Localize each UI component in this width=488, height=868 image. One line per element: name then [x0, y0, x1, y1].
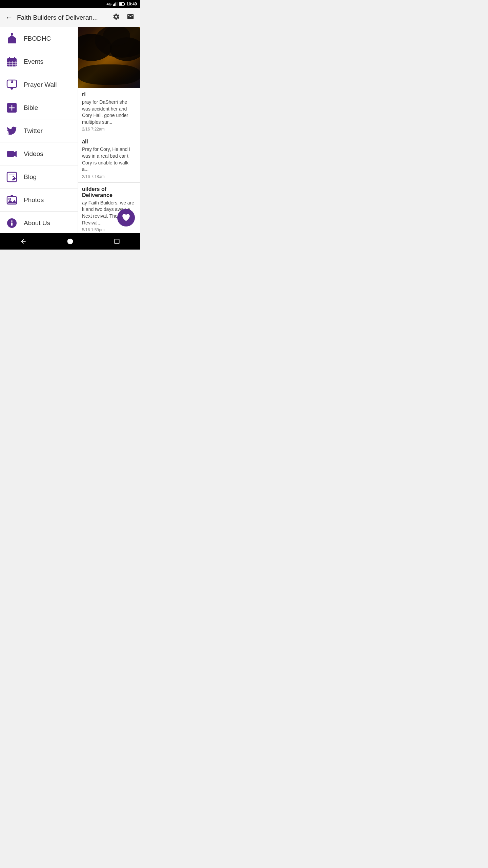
sidebar-item-blog-label: Blog — [24, 173, 37, 181]
sidebar-item-prayer-wall[interactable]: Prayer Wall — [0, 73, 78, 96]
svg-rect-31 — [7, 172, 17, 182]
svg-point-39 — [11, 220, 13, 222]
main-layout: FBODHC Events — [0, 27, 140, 233]
photos-icon — [5, 194, 18, 206]
settings-button[interactable] — [110, 12, 122, 24]
svg-rect-40 — [11, 222, 13, 226]
app-header: ← Faith Builders of Deliveran... — [0, 8, 140, 27]
time-display: 10:49 — [126, 2, 137, 6]
blog-icon — [5, 171, 18, 183]
sidebar-nav: FBODHC Events — [0, 27, 78, 233]
signal-bars-icon — [113, 2, 118, 6]
fab-heart-button[interactable] — [117, 209, 135, 226]
svg-rect-14 — [14, 57, 15, 60]
header-title: Faith Builders of Deliveran... — [17, 14, 108, 21]
sidebar-item-fbodhc[interactable]: FBODHC — [0, 27, 78, 50]
info-icon — [5, 217, 18, 230]
sidebar-item-photos-label: Photos — [24, 196, 44, 204]
nav-home-button[interactable] — [64, 235, 76, 248]
sidebar-item-events[interactable]: Events — [0, 50, 78, 73]
svg-rect-10 — [11, 39, 13, 43]
nav-recents-button[interactable] — [111, 235, 123, 248]
svg-rect-15 — [7, 60, 17, 61]
svg-rect-37 — [11, 195, 13, 197]
back-button[interactable]: ← — [4, 12, 14, 23]
svg-marker-30 — [14, 151, 17, 157]
sidebar-item-twitter-label: Twitter — [24, 127, 43, 135]
status-icons: 4G 10:49 — [107, 2, 137, 6]
sidebar-item-photos[interactable]: Photos — [0, 189, 78, 212]
post-title: uilders of Deliverance — [82, 186, 136, 198]
video-icon — [5, 147, 18, 160]
content-area: ri pray for DaSherri she was accident he… — [78, 27, 140, 233]
svg-rect-43 — [115, 239, 119, 243]
svg-point-35 — [9, 198, 11, 200]
sidebar-item-blog[interactable]: Blog — [0, 165, 78, 189]
calendar-icon — [5, 55, 18, 68]
hero-image — [78, 27, 140, 88]
post-time: 2/16 7:22am — [82, 127, 136, 132]
svg-rect-29 — [7, 151, 14, 157]
svg-marker-36 — [7, 200, 17, 203]
sidebar-item-prayer-wall-label: Prayer Wall — [24, 81, 57, 88]
nav-bar — [0, 233, 140, 250]
post-item: all Pray for Cory, He and i was in a rea… — [78, 135, 140, 182]
sidebar-item-twitter[interactable]: Twitter — [0, 119, 78, 142]
twitter-icon — [5, 124, 18, 137]
svg-marker-25 — [10, 87, 14, 90]
message-button[interactable] — [125, 12, 136, 24]
svg-point-42 — [67, 239, 73, 244]
svg-rect-6 — [119, 3, 122, 5]
sidebar-item-videos-label: Videos — [24, 150, 43, 158]
svg-rect-13 — [9, 57, 10, 60]
svg-rect-5 — [124, 3, 125, 5]
sidebar-item-events-label: Events — [24, 58, 43, 65]
nav-back-button[interactable] — [17, 235, 29, 248]
svg-rect-1 — [114, 3, 115, 6]
svg-rect-0 — [113, 4, 114, 6]
church-icon — [5, 32, 18, 45]
svg-rect-2 — [116, 2, 116, 6]
signal-icon: 4G — [107, 2, 112, 6]
post-body: pray for DaSherri she was accident her a… — [82, 99, 136, 125]
bible-icon — [5, 101, 18, 114]
sidebar-item-videos[interactable]: Videos — [0, 142, 78, 165]
svg-point-33 — [13, 176, 14, 177]
post-item: uilders of Deliverance ay Faith Builders… — [78, 183, 140, 233]
post-item: ri pray for DaSherri she was accident he… — [78, 88, 140, 135]
battery-icon — [119, 2, 125, 6]
post-body: Pray for Cory, He and i was in a real ba… — [82, 146, 136, 173]
sidebar-item-bible-label: Bible — [24, 104, 38, 112]
post-title: all — [82, 139, 136, 145]
prayer-icon — [5, 78, 18, 91]
post-title: ri — [82, 92, 136, 98]
sidebar-item-fbodhc-label: FBODHC — [24, 35, 51, 42]
sidebar-item-about-us[interactable]: About Us — [0, 212, 78, 233]
svg-rect-3 — [117, 2, 117, 6]
sidebar-item-bible[interactable]: Bible — [0, 96, 78, 119]
sidebar-item-about-us-label: About Us — [24, 219, 50, 227]
status-bar: 4G 10:49 — [0, 0, 140, 8]
post-time: 5/16 1:59pm — [82, 228, 136, 232]
post-time: 2/16 7:18am — [82, 174, 136, 179]
